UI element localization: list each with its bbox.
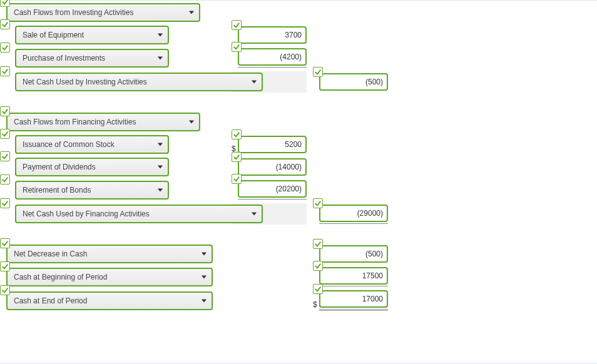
summary-select[interactable]: Net Decrease in Cash [6,245,213,263]
chevron-down-icon [158,166,163,169]
check-icon [313,198,323,208]
investing-item-select[interactable]: Sale of Equipment [15,26,169,44]
financing-item-select[interactable]: Issuance of Common Stock [15,135,169,154]
investing-total-select[interactable]: Net Cash Used by Investing Activities [15,73,263,91]
investing-item-amount[interactable]: (4200) [238,48,307,66]
financing-item-amount[interactable]: (20200) [238,180,307,198]
check-icon [0,43,10,53]
investing-item-label: Sale of Equipment [23,31,84,39]
check-icon [232,129,242,139]
check-icon [0,19,10,29]
chevron-down-icon [202,253,207,256]
check-icon [313,284,323,294]
amount-value: 5200 [285,140,302,149]
check-icon [232,174,242,184]
summary-label: Net Decrease in Cash [14,250,87,258]
currency-symbol: $ [313,300,317,309]
check-icon [0,129,10,139]
financing-item-label: Retirement of Bonds [23,186,91,195]
chevron-down-icon [189,121,194,124]
amount-value: 3700 [285,31,302,39]
amount-value: (500) [365,250,383,258]
summary-amount[interactable]: 17500 [319,267,388,285]
chevron-down-icon [158,143,163,146]
financing-item-label: Payment of Dividends [23,163,96,171]
chevron-down-icon [158,34,163,37]
check-icon [0,0,10,7]
chevron-down-icon [158,56,163,59]
chevron-down-icon [158,188,163,191]
check-icon [313,239,323,249]
financing-total-label: Net Cash Used by Financing Activities [23,210,150,218]
investing-item-label: Purchase of Investments [23,54,105,63]
check-icon [0,238,10,248]
financing-item-select[interactable]: Payment of Dividends [15,158,169,176]
financing-header-select[interactable]: Cash Flows from Financing Activities [6,113,200,131]
check-icon [232,152,242,162]
check-icon [0,151,10,161]
amount-value: (500) [365,78,383,86]
financing-item-amount[interactable]: (14000) [238,158,307,176]
summary-amount[interactable]: 17000 [319,290,388,308]
check-icon [0,285,10,295]
financing-header-label: Cash Flows from Financing Activities [14,118,136,126]
investing-total-label: Net Cash Used by Investing Activities [23,78,147,86]
summary-amount[interactable]: (500) [319,245,388,263]
check-icon [0,106,10,116]
investing-header-label: Cash Flows from Investing Activities [14,8,133,17]
check-icon [232,20,242,30]
chevron-down-icon [252,213,257,216]
amount-value: (14000) [276,163,302,171]
check-icon [0,174,10,185]
check-icon [232,42,242,52]
check-icon [0,198,10,208]
summary-select[interactable]: Cash at Beginning of Period [6,268,213,286]
check-icon [0,66,10,76]
amount-value: (20200) [276,185,302,193]
chevron-down-icon [189,11,194,14]
chevron-down-icon [202,299,207,302]
amount-value: (4200) [280,53,302,61]
investing-header-select[interactable]: Cash Flows from Investing Activities [6,3,200,22]
financing-total-select[interactable]: Net Cash Used by Financing Activities [15,205,263,223]
investing-item-amount[interactable]: 3700 [238,26,307,44]
check-icon [313,261,323,271]
financing-item-label: Issuance of Common Stock [23,140,115,149]
summary-select[interactable]: Cash at End of Period [6,291,213,310]
amount-value: 17000 [362,295,383,303]
amount-value: (29000) [357,209,383,218]
chevron-down-icon [252,81,257,84]
check-icon [0,261,10,271]
summary-label: Cash at Beginning of Period [14,273,107,281]
investing-total-amount[interactable]: (500) [319,73,388,91]
financing-total-amount[interactable]: (29000) [319,205,388,222]
check-icon [313,67,323,77]
amount-value: 17500 [362,271,383,280]
summary-label: Cash at End of Period [14,296,87,305]
chevron-down-icon [202,275,207,278]
financing-item-select[interactable]: Retirement of Bonds [15,181,169,200]
investing-item-select[interactable]: Purchase of Investments [15,49,169,68]
financing-item-amount[interactable]: 5200 [238,136,307,153]
